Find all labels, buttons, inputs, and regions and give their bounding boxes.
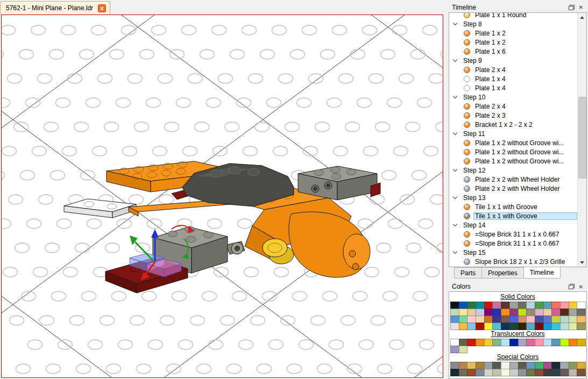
solid-color-swatch[interactable]: [501, 323, 510, 330]
solid-color-swatch[interactable]: [551, 316, 561, 323]
solid-color-swatch[interactable]: [577, 302, 586, 309]
solid-color-swatch[interactable]: [459, 302, 468, 309]
solid-color-swatch[interactable]: [450, 316, 459, 323]
special-color-swatch[interactable]: [484, 369, 493, 376]
solid-color-swatch[interactable]: [492, 323, 501, 330]
solid-color-swatch[interactable]: [467, 302, 476, 309]
translucent-color-swatch[interactable]: [535, 339, 544, 346]
translucent-color-swatch[interactable]: [543, 339, 552, 346]
timeline-part-row[interactable]: Plate 1 x 4: [449, 83, 577, 92]
solid-color-swatch[interactable]: [484, 316, 493, 323]
document-tab[interactable]: 5762-1 - Mini Plane - Plane.ldr x: [0, 1, 110, 15]
special-color-swatch[interactable]: [492, 369, 501, 376]
solid-color-swatch[interactable]: [526, 309, 535, 316]
solid-color-swatch[interactable]: [526, 316, 535, 323]
special-color-swatch[interactable]: [509, 369, 519, 376]
solid-color-swatch[interactable]: [509, 323, 519, 330]
timeline-titlebar[interactable]: Timeline ×: [449, 2, 587, 12]
solid-color-swatch[interactable]: [476, 302, 485, 309]
solid-color-swatch[interactable]: [518, 309, 527, 316]
solid-color-swatch[interactable]: [577, 309, 586, 316]
timeline-step-row[interactable]: Step 15: [449, 248, 577, 257]
solid-color-swatch[interactable]: [492, 302, 501, 309]
special-color-swatch[interactable]: [476, 362, 485, 369]
colors-titlebar[interactable]: Colors ×: [449, 282, 587, 291]
translucent-color-swatch[interactable]: [501, 339, 510, 346]
viewport-3d-scene[interactable]: [2, 15, 443, 377]
solid-color-swatch[interactable]: [518, 316, 527, 323]
translucent-color-swatch[interactable]: [560, 339, 569, 346]
solid-color-swatch[interactable]: [526, 302, 535, 309]
chevron-down-icon[interactable]: [453, 221, 457, 226]
special-color-swatch[interactable]: [535, 362, 544, 369]
timeline-part-row[interactable]: Plate 2 x 4: [449, 65, 577, 74]
float-panel-icon[interactable]: [567, 283, 576, 291]
special-color-swatch[interactable]: [501, 369, 510, 376]
lego-plane-model[interactable]: [64, 161, 380, 293]
translucent-color-swatch[interactable]: [518, 339, 527, 346]
solid-color-swatch[interactable]: [560, 302, 569, 309]
solid-color-swatch[interactable]: [509, 302, 519, 309]
solid-color-swatch[interactable]: [551, 323, 561, 330]
solid-color-swatch[interactable]: [577, 316, 586, 323]
special-color-swatch[interactable]: [526, 362, 535, 369]
chevron-down-icon[interactable]: [453, 20, 457, 25]
solid-color-swatch[interactable]: [492, 316, 501, 323]
special-color-swatch[interactable]: [560, 369, 569, 376]
solid-color-swatch[interactable]: [518, 302, 527, 309]
special-color-swatch[interactable]: [543, 362, 552, 369]
translucent-color-swatch[interactable]: [476, 339, 485, 346]
special-color-swatch[interactable]: [569, 369, 578, 376]
solid-color-swatch[interactable]: [501, 316, 510, 323]
special-color-swatch[interactable]: [577, 362, 586, 369]
timeline-part-row[interactable]: Plate 2 x 3: [449, 111, 577, 120]
solid-color-swatch[interactable]: [450, 323, 459, 330]
scrollbar-thumb[interactable]: [578, 97, 586, 178]
chevron-down-icon[interactable]: [453, 194, 457, 198]
solid-color-swatch[interactable]: [492, 309, 501, 316]
solid-color-swatch[interactable]: [467, 309, 476, 316]
special-color-swatch[interactable]: [551, 362, 561, 369]
timeline-part-row[interactable]: =Slope Brick 31 1 x 1 x 0.667: [449, 230, 577, 239]
chevron-down-icon[interactable]: [453, 249, 457, 253]
solid-color-swatch[interactable]: [543, 323, 552, 330]
solid-color-swatch[interactable]: [459, 309, 468, 316]
timeline-part-row[interactable]: Plate 1 x 2 without Groove wi...: [449, 156, 577, 166]
solid-color-swatch[interactable]: [484, 323, 493, 330]
solid-color-swatch[interactable]: [526, 323, 535, 330]
timeline-step-row[interactable]: Step 14: [449, 220, 577, 230]
solid-color-swatch[interactable]: [560, 323, 569, 330]
close-icon[interactable]: ×: [576, 3, 585, 11]
solid-color-swatch[interactable]: [459, 323, 468, 330]
solid-color-swatch[interactable]: [501, 302, 510, 309]
solid-color-swatch[interactable]: [535, 316, 544, 323]
solid-color-swatch[interactable]: [476, 309, 485, 316]
timeline-part-row[interactable]: Bracket 1 x 2 - 2 x 2: [449, 120, 577, 129]
solid-color-swatch[interactable]: [535, 309, 544, 316]
solid-color-swatch[interactable]: [543, 316, 552, 323]
special-color-swatch[interactable]: [501, 362, 510, 369]
solid-color-swatch[interactable]: [459, 316, 468, 323]
solid-color-swatch[interactable]: [543, 309, 552, 316]
solid-color-swatch[interactable]: [569, 323, 578, 330]
timeline-part-row[interactable]: =Slope Brick 31 1 x 1 x 0.667: [449, 239, 577, 248]
solid-color-swatch[interactable]: [484, 302, 493, 309]
scroll-up-icon[interactable]: [578, 13, 586, 22]
tab-properties[interactable]: Properties: [481, 267, 524, 278]
timeline-part-row[interactable]: Plate 1 x 2 without Groove wi...: [449, 138, 577, 147]
special-color-swatch[interactable]: [509, 362, 519, 369]
special-color-swatch[interactable]: [518, 369, 527, 376]
timeline-part-row[interactable]: Slope Brick 18 2 x 1 x 2/3 Grille: [449, 257, 577, 266]
special-color-swatch[interactable]: [467, 369, 476, 376]
solid-color-swatch[interactable]: [551, 309, 561, 316]
solid-color-swatch[interactable]: [560, 309, 569, 316]
solid-color-swatch[interactable]: [518, 323, 527, 330]
timeline-part-row[interactable]: Plate 1 x 2: [449, 28, 577, 38]
special-color-swatch[interactable]: [476, 369, 485, 376]
scroll-down-icon[interactable]: [578, 258, 586, 267]
solid-color-swatch[interactable]: [450, 302, 459, 309]
timeline-part-row[interactable]: Plate 1 x 4: [449, 74, 577, 83]
solid-color-swatch[interactable]: [501, 309, 510, 316]
special-color-swatch[interactable]: [459, 369, 468, 376]
solid-color-swatch[interactable]: [467, 323, 476, 330]
